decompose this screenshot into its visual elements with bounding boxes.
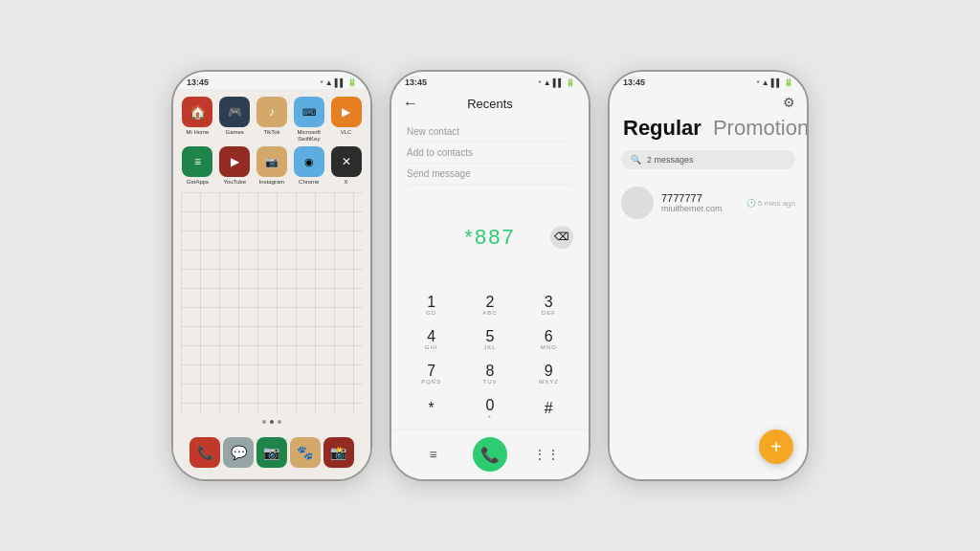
dial-key-7[interactable]: 7 PQRS <box>403 358 459 390</box>
dialer-display: *887 ⌫ <box>391 188 589 285</box>
dock-pets[interactable]: 🐾 <box>290 437 321 468</box>
backspace-button[interactable]: ⌫ <box>550 226 573 249</box>
search-icon: 🔍 <box>631 155 641 165</box>
dial-key-3[interactable]: 3 DEF <box>521 289 577 321</box>
time-messages: 13:45 <box>623 77 645 87</box>
dial-key-hash[interactable]: # <box>521 392 577 425</box>
dial-key-2[interactable]: 2 ABC <box>461 289 518 321</box>
compose-fab[interactable]: + <box>759 430 793 464</box>
app-chrome[interactable]: ◉ Chrome <box>292 146 325 186</box>
wifi-icon-m: ▲ <box>762 78 769 87</box>
call-button[interactable]: 📞 <box>473 437 507 472</box>
getapps-icon: ≡ <box>182 146 212 177</box>
dial-key-5[interactable]: 5 JKL <box>461 323 518 356</box>
dial-key-4[interactable]: 4 GHI <box>403 323 459 356</box>
swiftkey-icon: ⌨ <box>294 97 324 127</box>
dial-key-6[interactable]: 6 MNO <box>521 323 577 356</box>
app-youtube[interactable]: ▶ YouTube <box>218 146 252 186</box>
phones-container: 13:45 * ▲ ▌▌ 🔋 🏠 Mi Home 🎮 Games ♪ <box>171 70 809 481</box>
signal-icon-m: ▌▌ <box>771 78 782 87</box>
search-count: 2 messages <box>647 155 694 165</box>
menu-button[interactable]: ≡ <box>420 441 447 468</box>
x-label: X <box>345 179 348 186</box>
add-to-contacts-option[interactable]: Add to contacts <box>407 143 573 164</box>
dialer-header: ← Recents <box>391 89 589 118</box>
dial-key-0[interactable]: 0 + <box>461 392 518 425</box>
instagram-icon: 📷 <box>256 146 287 177</box>
compose-plus-icon: + <box>770 436 782 458</box>
swiftkey-label: Microsoft SwiftKey <box>292 129 325 143</box>
backspace-icon: ⌫ <box>554 231 569 243</box>
bluetooth-icon-d: * <box>539 78 542 87</box>
getapps-label: GetApps <box>187 179 209 186</box>
dial-key-8[interactable]: 8 TUV <box>461 358 518 390</box>
message-preview: miuithemer.com <box>661 204 739 213</box>
keypad-icon: ⋮⋮ <box>533 447 560 462</box>
app-mi-home[interactable]: 🏠 Mi Home <box>181 97 214 143</box>
dock-gallery[interactable]: 📸 <box>323 437 354 468</box>
status-icons-dialer: * ▲ ▌▌ 🔋 <box>539 78 575 87</box>
dock-phone[interactable]: 📞 <box>189 437 220 468</box>
messages-search[interactable]: 🔍 2 messages <box>621 150 795 169</box>
dial-key-9[interactable]: 9 WXYZ <box>521 358 577 390</box>
app-x[interactable]: ✕ X <box>329 146 363 186</box>
wifi-icon-d: ▲ <box>544 78 551 87</box>
dialer-screen: ← Recents New contact Add to contacts Se… <box>391 89 589 479</box>
recent-options: New contact Add to contacts Send message <box>391 118 589 188</box>
app-games[interactable]: 🎮 Games <box>218 97 252 143</box>
dial-number: *887 <box>464 225 515 250</box>
message-content: 7777777 miuithemer.com <box>661 192 739 213</box>
messages-header: ⚙ <box>610 89 807 112</box>
vlc-icon: ▶ <box>331 97 362 127</box>
signal-icon: ▌▌ <box>335 78 345 87</box>
keypad-button[interactable]: ⋮⋮ <box>533 441 560 468</box>
app-tiktok[interactable]: ♪ TikTok <box>256 97 289 143</box>
status-bar-messages: 13:45 * ▲ ▌▌ 🔋 <box>610 72 807 89</box>
back-button[interactable]: ← <box>403 95 418 112</box>
mi-home-icon: 🏠 <box>182 97 212 127</box>
vlc-label: VLC <box>341 129 352 136</box>
signal-icon-d: ▌▌ <box>553 78 564 87</box>
dock-messages[interactable]: 💬 <box>223 437 254 468</box>
phone-messages: 13:45 * ▲ ▌▌ 🔋 ⚙ Regular Promotional 🔍 2… <box>608 70 809 481</box>
dot-1 <box>262 420 266 424</box>
app-vlc[interactable]: ▶ VLC <box>329 97 363 143</box>
dial-key-1[interactable]: 1 GD <box>403 289 459 321</box>
sender-avatar <box>621 187 654 219</box>
sender-name: 7777777 <box>661 192 739 204</box>
games-label: Games <box>226 129 244 136</box>
app-swiftkey[interactable]: ⌨ Microsoft SwiftKey <box>292 97 325 143</box>
dial-key-star[interactable]: * <box>403 392 459 425</box>
app-getapps[interactable]: ≡ GetApps <box>181 146 214 186</box>
battery-icon-d: 🔋 <box>566 78 575 87</box>
status-icons-messages: * ▲ ▌▌ 🔋 <box>757 78 793 87</box>
dock-camera[interactable]: 📷 <box>256 437 287 468</box>
phone-dialer: 13:45 * ▲ ▌▌ 🔋 ← Recents New contact Add… <box>390 70 590 481</box>
new-contact-option[interactable]: New contact <box>407 121 573 143</box>
instagram-label: Instagram <box>259 179 285 186</box>
time-label: 5 mins ago <box>758 199 795 208</box>
battery-icon: 🔋 <box>347 78 357 87</box>
x-icon: ✕ <box>331 146 362 177</box>
youtube-label: YouTube <box>223 179 246 186</box>
message-item[interactable]: 7777777 miuithemer.com 🕐 5 mins ago <box>610 179 807 227</box>
call-icon: 📞 <box>480 446 500 464</box>
time-dialer: 13:45 <box>405 77 427 87</box>
dot-2 <box>270 420 274 424</box>
tab-regular[interactable]: Regular <box>623 116 702 141</box>
send-message-option[interactable]: Send message <box>407 164 573 185</box>
tab-promotional[interactable]: Promotional <box>713 116 807 141</box>
chrome-icon: ◉ <box>294 146 324 177</box>
home-grid-background <box>181 192 363 414</box>
chrome-label: Chrome <box>299 179 319 186</box>
menu-icon: ≡ <box>430 447 437 462</box>
time-home: 13:45 <box>187 77 209 87</box>
app-instagram[interactable]: 📷 Instagram <box>256 146 289 186</box>
settings-gear-icon[interactable]: ⚙ <box>783 95 795 110</box>
dot-3 <box>278 420 281 424</box>
home-screen: 🏠 Mi Home 🎮 Games ♪ TikTok ⌨ Microsoft S… <box>173 89 370 479</box>
games-icon: 🎮 <box>219 97 250 127</box>
tiktok-label: TikTok <box>263 129 279 136</box>
message-tabs: Regular Promotional <box>610 112 807 144</box>
battery-icon-m: 🔋 <box>784 78 793 87</box>
